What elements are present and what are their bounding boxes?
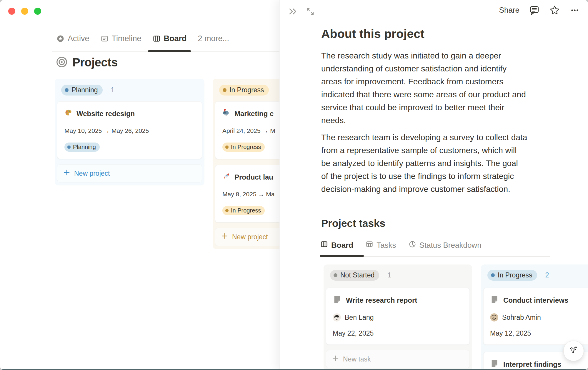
screenshot-stage: Active Timeline Board 2 more...: [0, 0, 588, 370]
palette-icon: [64, 109, 72, 118]
tab-tasks-table[interactable]: Tasks: [366, 240, 396, 250]
tab-active-view[interactable]: Active: [56, 34, 89, 43]
gray-page-icon: [333, 295, 342, 306]
task-card-conduct-interviews[interactable]: Conduct interviews Sohrab Amin May 12, 2…: [483, 288, 588, 345]
more-options-icon[interactable]: [569, 5, 580, 16]
share-button[interactable]: Share: [499, 6, 519, 15]
window-bottom-edge: [0, 369, 588, 370]
column-header: Planning 1: [61, 85, 198, 96]
card-title: Interpret findings: [503, 360, 561, 369]
status-dot: [334, 273, 337, 277]
card-title: Conduct interviews: [503, 296, 568, 304]
tasks-active-tab-underline: [320, 255, 364, 257]
notion-ai-face-icon: [567, 344, 580, 358]
status-label: In Progress: [498, 271, 532, 279]
close-peek-double-chevron-icon[interactable]: [287, 6, 299, 17]
new-project-button-planning[interactable]: New project: [57, 164, 202, 183]
status-pill-in-progress[interactable]: In Progress: [487, 270, 537, 281]
new-project-label: New project: [232, 233, 268, 241]
close-window-button[interactable]: [8, 8, 15, 15]
new-task-button[interactable]: New task: [326, 350, 470, 368]
new-task-label: New task: [343, 355, 371, 363]
column-count: 1: [111, 86, 115, 94]
project-card-website-redesign[interactable]: Website redesign May 10, 2025 → May 26, …: [57, 101, 202, 159]
column-header: In Progress 2: [487, 270, 588, 281]
card-status-pill: Planning: [64, 143, 100, 152]
tab-label: Status Breakdown: [419, 241, 482, 250]
page-title: Projects: [56, 56, 118, 69]
column-count: 1: [387, 271, 391, 279]
card-title: Product lau: [234, 173, 273, 181]
status-label: In Progress: [231, 207, 261, 214]
tab-status-breakdown[interactable]: Status Breakdown: [409, 240, 482, 250]
star-circle-icon: [56, 35, 64, 43]
tab-more-views[interactable]: 2 more...: [198, 34, 229, 43]
board-columns-icon: [320, 240, 328, 250]
doc-heading-about: About this project: [321, 27, 424, 41]
tab-timeline-view[interactable]: Timeline: [101, 34, 141, 43]
card-title: Write research report: [346, 296, 417, 304]
status-dot: [491, 273, 495, 277]
column-not-started: Not Started 1 Write research report: [324, 264, 472, 370]
card-title-row: Conduct interviews: [490, 295, 588, 306]
card-due-date: May 12, 2025: [490, 329, 588, 337]
card-status-pill: In Progress: [222, 143, 265, 152]
tab-label: Board: [164, 34, 187, 43]
avatar-sohrab-amin: [490, 313, 498, 322]
card-assignee-row: Sohrab Amin: [490, 313, 588, 322]
doc-heading-project-tasks: Project tasks: [321, 217, 385, 229]
column-planning: Planning 1 Website redesign May 10, 2025…: [55, 79, 204, 185]
tab-label: Tasks: [377, 241, 396, 250]
status-dot: [223, 88, 226, 92]
card-tag-row: Planning: [64, 143, 195, 152]
favorite-star-icon[interactable]: [549, 5, 560, 16]
avatar-ben-lang: [333, 313, 341, 322]
card-title: Marketing c: [234, 110, 274, 118]
status-dot: [225, 209, 229, 212]
plus-icon: [63, 169, 70, 178]
status-dot: [225, 145, 229, 149]
expand-to-full-page-icon[interactable]: [305, 6, 316, 17]
target-rings-icon: [56, 56, 68, 69]
minimize-window-button[interactable]: [21, 8, 28, 15]
task-card-write-research-report[interactable]: Write research report Ben Lang May 22, 2…: [326, 288, 470, 345]
notion-ai-button[interactable]: [563, 341, 584, 361]
status-pill-planning[interactable]: Planning: [61, 85, 103, 96]
tab-label: 2 more...: [198, 34, 229, 43]
rocket-icon: [222, 172, 230, 182]
status-label: Not Started: [340, 271, 374, 279]
card-title-row: Write research report: [333, 295, 463, 306]
plus-icon: [221, 232, 228, 241]
pie-status-icon: [409, 240, 416, 250]
tab-label: Board: [331, 241, 353, 250]
tab-board-view[interactable]: Board: [153, 34, 187, 43]
status-label: Planning: [73, 144, 96, 150]
mailbox-icon: [222, 109, 230, 118]
tab-tasks-board[interactable]: Board: [320, 240, 353, 250]
board-columns-icon: [153, 35, 161, 43]
status-pill-not-started[interactable]: Not Started: [330, 270, 379, 281]
column-count: 2: [545, 271, 549, 279]
card-title: Website redesign: [76, 110, 135, 118]
status-dot: [67, 145, 71, 149]
status-label: Planning: [71, 86, 98, 94]
zoom-window-button[interactable]: [34, 8, 41, 15]
card-status-pill: In Progress: [222, 206, 265, 215]
status-label: In Progress: [231, 144, 261, 150]
board-view-tabs: Active Timeline Board 2 more...: [56, 34, 229, 43]
tasks-view-tabs: Board Tasks Status Breakdown: [320, 240, 482, 250]
gray-page-icon: [490, 295, 499, 306]
comments-icon[interactable]: [529, 5, 540, 16]
timeline-icon: [101, 35, 109, 43]
notion-window: Active Timeline Board 2 more...: [0, 0, 588, 370]
status-pill-in-progress[interactable]: In Progress: [219, 85, 269, 96]
card-due-date: May 22, 2025: [333, 329, 463, 337]
column-header: Not Started 1: [330, 270, 466, 281]
assignee-name: Sohrab Amin: [502, 314, 541, 322]
peek-toolbar-left: [287, 6, 316, 17]
window-controls: [8, 8, 41, 15]
card-date-range: May 10, 2025 → May 26, 2025: [64, 127, 195, 134]
status-label: In Progress: [229, 86, 264, 94]
assignee-name: Ben Lang: [345, 314, 374, 322]
new-project-label: New project: [74, 170, 110, 178]
